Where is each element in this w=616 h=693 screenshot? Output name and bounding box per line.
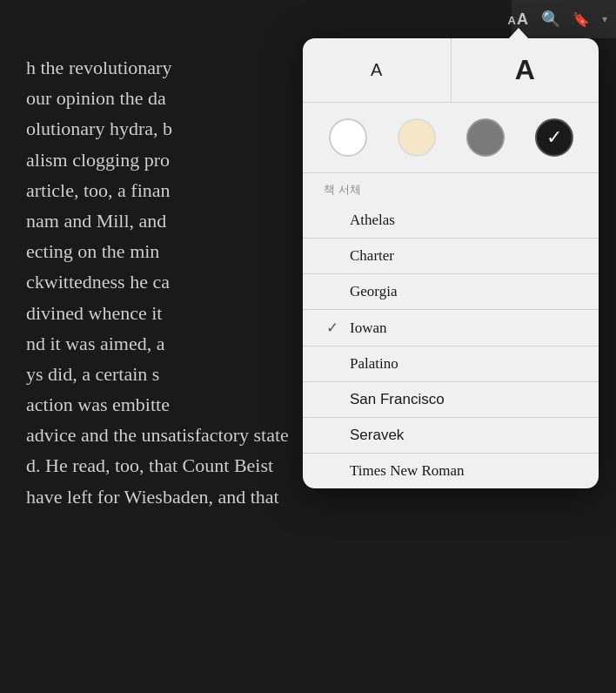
font-item-iowan[interactable]: ✓ Iowan — [303, 310, 599, 346]
search-icon[interactable]: 🔍 — [541, 10, 560, 29]
theme-sepia-button[interactable] — [398, 118, 436, 157]
bookmark-icon[interactable]: 🔖 — [572, 11, 590, 28]
font-size-icon[interactable]: AA — [508, 10, 529, 29]
font-item-athelas[interactable]: Athelas — [303, 203, 599, 238]
font-increase-button[interactable]: A — [452, 38, 599, 102]
font-label-times-new-roman: Times New Roman — [350, 462, 578, 480]
font-item-seravek[interactable]: Seravek — [303, 418, 599, 453]
font-item-georgia[interactable]: Georgia — [303, 274, 599, 309]
font-label-palatino: Palatino — [350, 355, 578, 373]
font-decrease-button[interactable]: A — [303, 38, 452, 102]
chevron-down-icon[interactable]: ▾ — [602, 13, 607, 25]
theme-white-button[interactable] — [329, 118, 367, 157]
font-list: Athelas Charter Georgia ✓ Iowan Palatino… — [303, 203, 599, 488]
font-label-georgia: Georgia — [350, 283, 578, 300]
font-section-label: 책 서체 — [303, 173, 599, 203]
theme-row: ✓ — [303, 103, 599, 173]
font-settings-popup: A A ✓ 책 서체 Athelas Charter Georgia ✓ — [303, 38, 599, 488]
font-label-san-francisco: San Francisco — [350, 391, 578, 408]
theme-dark-button[interactable]: ✓ — [535, 118, 573, 157]
font-label-seravek: Seravek — [350, 427, 578, 444]
font-item-palatino[interactable]: Palatino — [303, 346, 599, 381]
font-check-iowan: ✓ — [324, 319, 341, 337]
font-size-row: A A — [303, 38, 599, 103]
theme-gray-button[interactable] — [466, 118, 505, 157]
font-label-athelas: Athelas — [350, 212, 578, 229]
font-item-charter[interactable]: Charter — [303, 239, 599, 273]
dark-theme-checkmark: ✓ — [546, 128, 562, 147]
font-label-iowan: Iowan — [350, 320, 578, 337]
font-label-charter: Charter — [350, 247, 578, 265]
font-item-san-francisco[interactable]: San Francisco — [303, 382, 599, 417]
font-item-times-new-roman[interactable]: Times New Roman — [303, 454, 599, 488]
